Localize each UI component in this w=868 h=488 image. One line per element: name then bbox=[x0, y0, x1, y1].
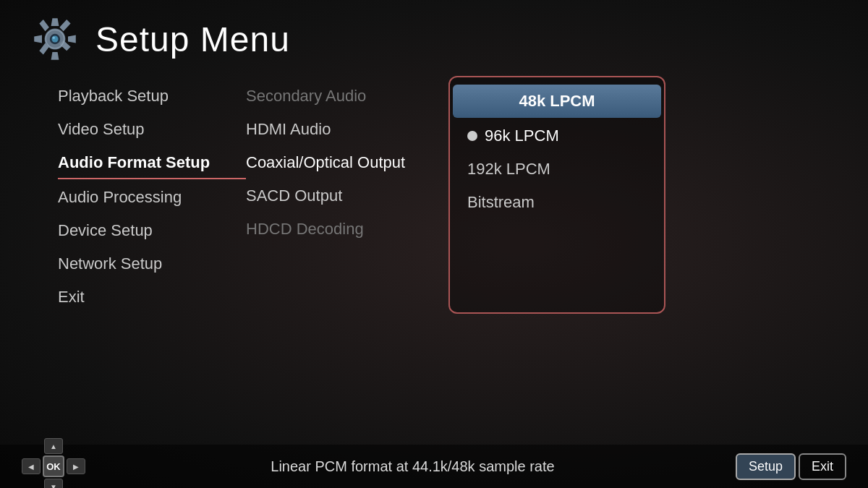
nav-item-device[interactable]: Device Setup bbox=[58, 214, 246, 247]
submenu-secondary-audio[interactable]: Secondary Audio bbox=[246, 80, 448, 113]
option-48k-lpcm[interactable]: 48k LPCM bbox=[453, 85, 661, 118]
nav-left-button[interactable]: ◀ bbox=[22, 458, 41, 474]
nav-item-audio-processing[interactable]: Audio Processing bbox=[58, 181, 246, 214]
nav-controls: ▲ ◀ OK ▶ ▼ bbox=[22, 438, 85, 488]
nav-right-button[interactable]: ▶ bbox=[67, 458, 85, 474]
submenu-coaxial-optical[interactable]: Coaxial/Optical Output bbox=[246, 146, 448, 179]
main-content: Playback Setup Video Setup Audio Format … bbox=[0, 72, 868, 314]
center-submenu: Secondary Audio HDMI Audio Coaxial/Optic… bbox=[246, 80, 448, 314]
svg-point-3 bbox=[52, 36, 59, 43]
radio-dot-96k bbox=[467, 131, 477, 141]
option-192k-lpcm[interactable]: 192k LPCM bbox=[450, 153, 664, 186]
left-nav: Playback Setup Video Setup Audio Format … bbox=[58, 80, 246, 314]
exit-button[interactable]: Exit bbox=[799, 453, 846, 480]
nav-item-video[interactable]: Video Setup bbox=[58, 113, 246, 146]
nav-down-button[interactable]: ▼ bbox=[44, 479, 63, 488]
bottom-bar: ▲ ◀ OK ▶ ▼ Linear PCM format at 44.1k/48… bbox=[0, 445, 868, 488]
gear-icon bbox=[29, 13, 81, 65]
options-panel: 48k LPCM 96k LPCM 192k LPCM Bitstream bbox=[448, 76, 665, 314]
ok-button[interactable]: OK bbox=[43, 455, 64, 477]
status-text: Linear PCM format at 44.1k/48k sample ra… bbox=[90, 458, 736, 475]
submenu-hdmi-audio[interactable]: HDMI Audio bbox=[246, 113, 448, 146]
submenu-sacd-output[interactable]: SACD Output bbox=[246, 179, 448, 213]
nav-item-network[interactable]: Network Setup bbox=[58, 247, 246, 281]
nav-up-button[interactable]: ▲ bbox=[44, 438, 63, 454]
setup-button[interactable]: Setup bbox=[736, 453, 796, 480]
nav-item-audio-format[interactable]: Audio Format Setup bbox=[58, 146, 246, 179]
svg-point-4 bbox=[52, 36, 55, 39]
option-bitstream[interactable]: Bitstream bbox=[450, 186, 664, 219]
bottom-buttons: Setup Exit bbox=[736, 453, 846, 480]
header: Setup Menu bbox=[0, 0, 868, 72]
nav-item-playback[interactable]: Playback Setup bbox=[58, 80, 246, 113]
option-96k-lpcm[interactable]: 96k LPCM bbox=[450, 119, 664, 153]
nav-item-exit[interactable]: Exit bbox=[58, 281, 246, 314]
submenu-hdcd-decoding[interactable]: HDCD Decoding bbox=[246, 213, 448, 246]
page-title: Setup Menu bbox=[95, 20, 290, 59]
